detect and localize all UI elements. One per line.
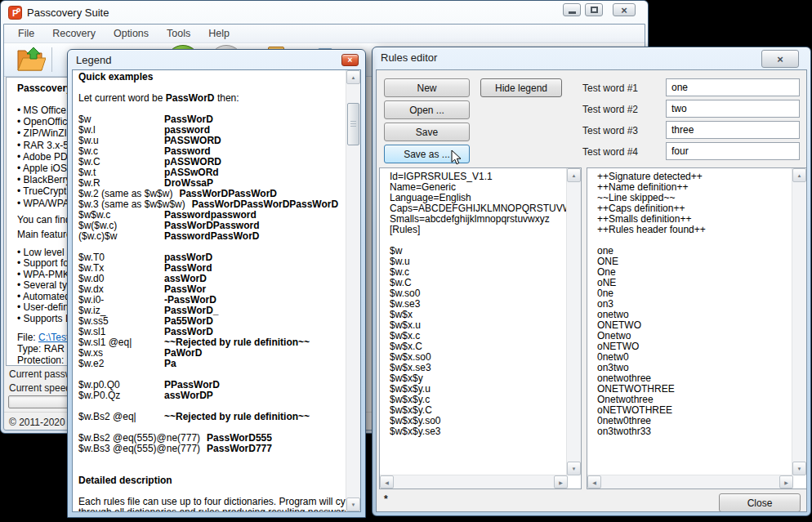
legend-rule-row: $w.TxPassWord (78, 263, 346, 274)
close-icon: × (777, 54, 783, 65)
scroll-down-icon[interactable]: ▼ (792, 462, 806, 475)
legend-rule-row: $w.P0.QzassWorDP (78, 390, 346, 401)
rules-text[interactable]: Id=IGPRSRULES_V1.1 Name=Generic Language… (390, 172, 566, 475)
legend-rule-row: $w.xsPaWorD (78, 348, 346, 359)
minimize-button[interactable] (563, 3, 581, 16)
menu-item-file[interactable]: File (9, 25, 43, 42)
copyright-text: © 2011-2020 (9, 417, 65, 428)
scrollbar-thumb[interactable] (347, 103, 359, 145)
maximize-button[interactable] (585, 3, 603, 16)
window-title: Passcovery Suite (27, 7, 109, 19)
rules-horizontal-scrollbar[interactable]: ◀ ▶ (380, 475, 568, 489)
scroll-left-icon[interactable]: ◀ (380, 475, 394, 489)
legend-text-line: Let current word be PassWorD then: (78, 93, 346, 104)
scroll-down-icon[interactable]: ▼ (567, 462, 581, 475)
window-controls: × (563, 3, 636, 16)
scroll-right-icon[interactable]: ▶ (779, 475, 793, 489)
scroll-up-icon[interactable]: ▲ (346, 70, 360, 84)
file-label: File: (17, 332, 36, 343)
test-word-label-4: Test word #4 (582, 146, 638, 158)
legend-window: Legend × Quick examplesLet current word … (67, 49, 366, 518)
legend-content: Quick examplesLet current word be PassWo… (72, 69, 361, 512)
scroll-up-icon[interactable]: ▲ (792, 168, 806, 182)
app-icon: P (8, 6, 22, 20)
legend-text-line: through all dictionaries and rules produ… (78, 507, 346, 511)
legend-rule-row: ($w.c)$wPasswordPassWorD (78, 231, 346, 242)
screen: { "icons": {"close":"×","up":"▲","down":… (0, 0, 812, 522)
legend-rule-row: $w.Bs3 @eq(555)@ne(777)PassWorD777 (78, 444, 346, 454)
rules-editor-close-button[interactable]: × (761, 50, 799, 68)
legend-rule-row: $w.Bs2 @eq|~~Rejected by rule definition… (78, 412, 346, 422)
hide-legend-button[interactable]: Hide legend (480, 78, 562, 97)
menu-bar: FileRecoveryOptionsToolsHelp (4, 25, 645, 43)
rules-editor-client: New Open ... Save Save as ... Hide legen… (376, 69, 807, 512)
close-button[interactable]: × (613, 3, 636, 16)
menu-item-help[interactable]: Help (199, 25, 239, 42)
test-word-label-2: Test word #2 (582, 104, 638, 115)
save-button[interactable]: Save (384, 123, 470, 141)
test-output-area[interactable]: ++Signature detected++ ++Name definition… (587, 167, 807, 489)
output-horizontal-scrollbar[interactable]: ◀ ▶ (587, 475, 793, 489)
test-word-input-2[interactable] (666, 100, 800, 118)
rules-editor-window: Rules editor × New Open ... Save Save as… (372, 47, 811, 516)
minimize-icon (569, 11, 576, 14)
close-icon: × (621, 5, 627, 16)
menu-item-recovery[interactable]: Recovery (43, 25, 105, 42)
maximize-icon (591, 7, 598, 13)
scroll-right-icon[interactable]: ▶ (554, 475, 568, 489)
test-word-label-1: Test word #1 (582, 83, 638, 94)
scroll-left-icon[interactable]: ◀ (587, 475, 601, 489)
legend-rule-row: $wPassWorD (78, 114, 346, 125)
close-icon: × (348, 56, 353, 65)
legend-lines: Quick examplesLet current word be PassWo… (78, 72, 346, 511)
legend-close-button[interactable]: × (341, 54, 359, 66)
test-output-text: ++Signature detected++ ++Name definition… (597, 172, 792, 475)
legend-heading: Detailed description (78, 475, 346, 486)
current-password-label: Current passw (9, 368, 72, 380)
legend-titlebar[interactable]: Legend (68, 50, 365, 69)
open-button[interactable]: Open ... (384, 100, 470, 119)
output-vertical-scrollbar[interactable]: ▲ ▼ (792, 168, 806, 475)
legend-vertical-scrollbar[interactable]: ▲ ▼ (346, 70, 360, 511)
open-file-button[interactable] (16, 47, 46, 74)
save-as-button[interactable]: Save as ... (384, 145, 470, 163)
open-folder-icon (16, 47, 46, 74)
test-word-input-1[interactable] (666, 78, 800, 96)
legend-rule-row: $w.e2Pa (78, 359, 346, 369)
legend-rule-row: $w.uPASSWORD (78, 136, 346, 146)
menu-item-tools[interactable]: Tools (158, 25, 199, 42)
rules-editor-title: Rules editor (381, 51, 437, 64)
legend-rule-row: $w.sl1 @eq|~~Rejected by rule definition… (78, 337, 346, 348)
current-speed-label: Current speed (9, 382, 71, 394)
legend-rule-row: $w.T0passWorD (78, 252, 346, 263)
toolbar-separator (51, 47, 52, 72)
status-asterisk: * (384, 493, 388, 505)
rules-vertical-scrollbar[interactable]: ▲ ▼ (566, 168, 581, 475)
rules-text-editor[interactable]: Id=IGPRSRULES_V1.1 Name=Generic Language… (379, 167, 582, 489)
close-dialog-button[interactable]: Close (719, 493, 801, 512)
legend-title: Legend (76, 54, 111, 66)
main-titlebar[interactable]: P Passcovery Suite (1, 1, 648, 24)
menu-item-options[interactable]: Options (105, 25, 158, 42)
test-word-input-4[interactable] (666, 142, 800, 160)
new-button[interactable]: New (384, 78, 470, 97)
rules-editor-titlebar[interactable]: Rules editor (373, 47, 810, 67)
test-word-label-3: Test word #3 (582, 125, 638, 136)
legend-heading: Quick examples (78, 72, 346, 83)
scroll-down-icon[interactable]: ▼ (346, 497, 360, 511)
test-word-input-3[interactable] (666, 121, 800, 139)
scroll-up-icon[interactable]: ▲ (567, 168, 581, 182)
legend-rule-row: $w.d0assWorD (78, 274, 346, 284)
legend-blank-line (78, 454, 346, 465)
